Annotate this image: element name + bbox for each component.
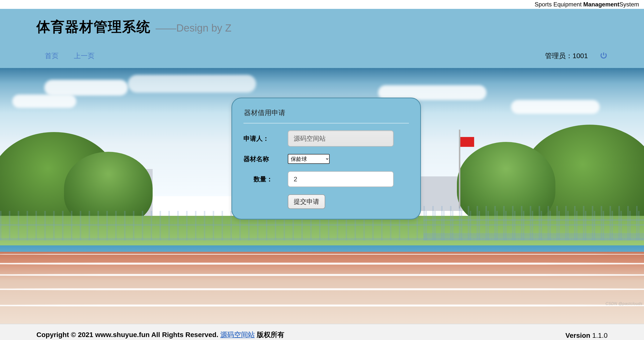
nav-home[interactable]: 首页 xyxy=(45,51,58,61)
bg-track-lane xyxy=(0,274,644,276)
nav-back[interactable]: 上一页 xyxy=(74,51,94,61)
header-title-row: 体育器材管理系统 ——Design by Z xyxy=(36,18,608,37)
submit-button[interactable]: 提交申请 xyxy=(288,194,325,209)
nav-row: 首页 上一页 管理员：1001 xyxy=(36,51,608,61)
footer-version-value: 1.1.0 xyxy=(592,332,608,339)
form-card: 器材借用申请 申请人： 器材名称 保龄球 数量： 提交申请 xyxy=(232,98,421,219)
quantity-label: 数量： xyxy=(244,175,288,184)
site-title: 体育器材管理系统 xyxy=(36,18,151,37)
bg-track-lane xyxy=(0,254,644,254)
nav-right: 管理员：1001 xyxy=(545,51,608,61)
footer-copyright-prefix: Copyright © 2021 www.shuyue.fun All Righ… xyxy=(36,331,218,338)
equipment-select[interactable]: 保龄球 xyxy=(288,154,330,164)
power-icon[interactable] xyxy=(600,52,608,60)
form-row-quantity: 数量： xyxy=(244,171,409,187)
bg-track-lane xyxy=(0,288,644,290)
applicant-input[interactable] xyxy=(288,130,394,147)
bg-track-lane xyxy=(0,263,644,265)
equipment-label: 器材名称 xyxy=(244,155,288,163)
form-row-equipment: 器材名称 保龄球 xyxy=(244,154,409,164)
topbar-brand-suffix: System xyxy=(620,1,639,8)
topbar: Sports Equipment ManagementSystem xyxy=(0,0,644,9)
bg-track xyxy=(0,245,644,324)
footer-copyright: Copyright © 2021 www.shuyue.fun All Righ… xyxy=(36,330,284,339)
cloud xyxy=(511,100,600,114)
footer-version-label: Version xyxy=(566,332,592,339)
form-row-applicant: 申请人： xyxy=(244,130,409,147)
topbar-brand-bold: Management xyxy=(583,1,620,8)
header: 体育器材管理系统 ——Design by Z 首页 上一页 管理员：1001 xyxy=(0,9,644,68)
watermark: CSDN @pastclouds xyxy=(605,301,642,306)
form-card-title: 器材借用申请 xyxy=(244,108,409,118)
cloud xyxy=(12,95,76,108)
topbar-brand-prefix: Sports Equipment xyxy=(535,1,583,8)
footer-version: Version 1.1.0 xyxy=(566,332,608,339)
quantity-input[interactable] xyxy=(288,171,394,187)
bg-track-lane xyxy=(0,304,644,306)
topbar-brand: Sports Equipment ManagementSystem xyxy=(535,1,639,8)
content: 器材借用申请 申请人： 器材名称 保龄球 数量： 提交申请 CSDN @past… xyxy=(0,68,644,324)
nav-links: 首页 上一页 xyxy=(36,51,94,61)
footer: Copyright © 2021 www.shuyue.fun All Righ… xyxy=(0,324,644,340)
cloud xyxy=(44,80,128,96)
footer-link[interactable]: 源码空间站 xyxy=(220,331,255,338)
bg-flag xyxy=(460,137,474,147)
divider xyxy=(244,123,409,123)
applicant-label: 申请人： xyxy=(244,134,288,143)
admin-label: 管理员：1001 xyxy=(545,51,588,61)
cloud xyxy=(128,75,256,93)
bg-fence xyxy=(424,206,644,240)
site-subtitle: ——Design by Z xyxy=(156,22,232,34)
footer-copyright-suffix: 版权所有 xyxy=(257,331,284,338)
form-row-submit: 提交申请 xyxy=(244,194,409,209)
